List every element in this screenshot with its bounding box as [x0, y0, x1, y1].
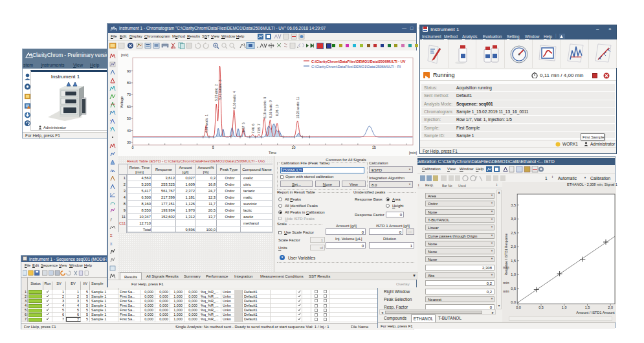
svg-text:6,30 malic 4: 6,30 malic 4 — [233, 91, 236, 109]
svg-text:4,56 oxalic 1: 4,56 oxalic 1 — [205, 114, 208, 133]
svg-text:7,85 7: 7,85 7 — [258, 124, 261, 133]
svg-text:7,46 6: 7,46 6 — [252, 124, 255, 133]
svg-text:s: s — [110, 110, 111, 113]
svg-text:C:\ClarityChrom\DataFiles\DEMO: C:\ClarityChrom\DataFiles\DEMO1\Data\250… — [311, 60, 406, 63]
svg-text:0,0: 0,0 — [511, 300, 516, 304]
svg-text:5,20 citric 2: 5,20 citric 2 — [215, 84, 218, 101]
svg-text:3,5: 3,5 — [511, 203, 516, 207]
svg-text:1,5: 1,5 — [585, 305, 590, 309]
svg-text:90: 90 — [127, 69, 131, 73]
svg-text:Amount / ISTD1 Amount: Amount / ISTD1 Amount — [576, 311, 615, 315]
svg-text:2,0: 2,0 — [511, 245, 516, 249]
svg-text:0,0: 0,0 — [516, 305, 521, 309]
svg-text:s: s — [110, 118, 111, 122]
svg-text:1,0: 1,0 — [562, 305, 567, 309]
svg-text:C:\ClarityChrom\DataFiles\DEMO: C:\ClarityChrom\DataFiles\DEMO1\Data\250… — [311, 65, 401, 69]
svg-text:0,5: 0,5 — [539, 305, 544, 309]
svg-text:Time: Time — [269, 151, 276, 155]
svg-text:1,5: 1,5 — [511, 259, 516, 263]
svg-text:1,0: 1,0 — [511, 272, 516, 276]
svg-text:s: s — [110, 126, 111, 129]
svg-text:40: 40 — [127, 129, 131, 133]
svg-text:8,18 succinic 8: 8,18 succinic 8 — [263, 97, 267, 118]
svg-text:Σ: Σ — [110, 234, 113, 238]
svg-text:0,5: 0,5 — [511, 287, 516, 291]
svg-text:8,55 lactic 9: 8,55 lactic 9 — [269, 100, 272, 118]
svg-text:[mV]: [mV] — [121, 53, 129, 57]
svg-text:2,0: 2,0 — [608, 305, 613, 309]
svg-text:60: 60 — [127, 105, 131, 109]
svg-text:6,87 5: 6,87 5 — [242, 122, 245, 132]
svg-text:8,98 10: 8,98 10 — [276, 104, 279, 116]
svg-text:3,0: 3,0 — [511, 217, 516, 221]
svg-text:ƒ: ƒ — [110, 217, 112, 221]
svg-text:Σ: Σ — [110, 242, 113, 246]
svg-text:2,5: 2,5 — [511, 231, 516, 235]
svg-text:10,25 acetic 11: 10,25 acetic 11 — [296, 96, 300, 118]
svg-text:Voltage: Voltage — [120, 96, 124, 108]
svg-text:50: 50 — [127, 116, 131, 120]
svg-text:5,42 tartaric 3: 5,42 tartaric 3 — [219, 80, 222, 100]
svg-text:30: 30 — [127, 140, 131, 144]
svg-text:80: 80 — [127, 81, 131, 85]
svg-text:70: 70 — [127, 93, 131, 96]
svg-text:[min]: [min] — [409, 151, 417, 155]
